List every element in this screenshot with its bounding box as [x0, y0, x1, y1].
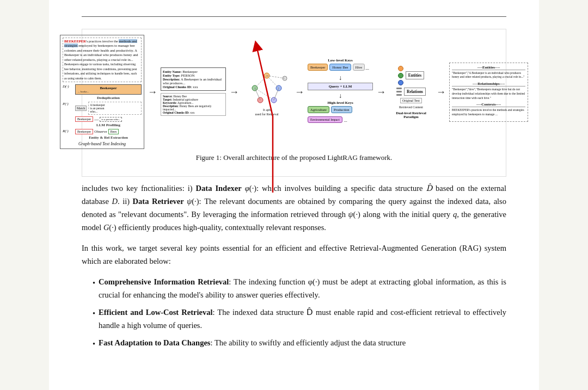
arrow-2: → [229, 86, 239, 98]
dot-3 [398, 80, 403, 85]
arrow-1: → [148, 86, 157, 98]
bullet-list: • Comprehensive Information Retrieval: T… [93, 276, 506, 351]
agriculture-key: Agriculture [308, 106, 329, 113]
figure-caption: Figure 1: Overall architecture of the pr… [87, 153, 501, 162]
panel-middle: Entity Name: Beekeeper Entity Type: PERS… [161, 67, 226, 117]
beekeeper-key: Beekeeper [308, 64, 328, 71]
formula-row-d: D(·) Beekeeper ... beeke... Deduplicatio… [63, 84, 142, 100]
body-para-2: In this work, we target several key poin… [82, 242, 506, 268]
svg-line-10 [267, 76, 285, 78]
figure-box: BEEKEEPER's practices involve the method… [82, 29, 506, 177]
graph-label: It aphused for Retrieval [255, 108, 279, 117]
panel-graph: It aphused for Retrieval [242, 67, 291, 117]
bullet-item-3: • Fast Adaptation to Data Changes: The a… [93, 337, 506, 351]
retrieved-label: Retrieved Content [399, 106, 423, 109]
environmental-key: Environmental Impact [308, 116, 342, 123]
key-row-top: Beekeeper Honey Bee Hive ... [308, 64, 373, 72]
bullet-item-1: • Comprehensive Information Retrieval: T… [93, 276, 506, 302]
panel-retrieved: ----Entities---- "Beekeeper","A Beekeepe… [449, 63, 528, 122]
figure-inner: BEEKEEPER's practices involve the method… [87, 35, 501, 149]
entities-section: ----Entities---- "Beekeeper","A Beekeepe… [452, 65, 525, 79]
dual-label: Dual-level Retrieval Paradigm [389, 111, 433, 119]
original-text-label: Original Text [400, 98, 422, 103]
entities-label: Entities [406, 71, 425, 79]
high-level-keys-label: High-level Keys [308, 101, 373, 105]
arrow-4: → [376, 86, 386, 98]
beekeeper-text-block: BEEKEEPER's practices involve the method… [63, 38, 142, 82]
panel-keys: Low-level Keys Beekeeper Honey Bee Hive … [308, 58, 373, 126]
top-rule [82, 16, 506, 17]
arrow-3: → [295, 86, 304, 98]
dot-2 [398, 73, 403, 78]
rel-line-2 [396, 91, 402, 92]
production-key: Production [331, 106, 352, 113]
key-row-bottom: Agriculture Production [308, 106, 373, 115]
entities-relations-panel: Entities Relations Original Text Retriev… [389, 66, 433, 119]
graph-svg [244, 67, 290, 108]
relations-label: Relations [404, 88, 426, 96]
formula-row-p: P(·) Match A beekeeperis an personwho...… [63, 102, 142, 127]
relationships-section: ----Relationships---- "Beekeeper","hive"… [452, 82, 525, 100]
svg-line-9 [274, 88, 279, 100]
honeybee-key: Honey Bee [329, 64, 351, 71]
rel-line-3 [396, 94, 402, 96]
formula-row-r: R(·) Beekeeper Observe Bees Entity & Rel… [63, 129, 142, 140]
source-card: Source: Honey Bee Target: Industrial agr… [161, 93, 226, 116]
entity-name-card: Entity Name: Beekeeper Entity Type: PERS… [161, 67, 226, 91]
contexts-section: ----Contexts---- BEEKEEPER's practices i… [452, 102, 525, 116]
low-level-keys-label: Low-level Keys [308, 58, 373, 63]
bullet-item-2: • Efficient and Low-Cost Retrieval: The … [93, 306, 506, 332]
query-llm-label: Query + LLM [308, 83, 373, 90]
rel-line-1 [396, 88, 402, 89]
page-container: BEEKEEPER's practices involve the method… [49, 0, 539, 390]
indexing-label: Graph-based Text Indexing [63, 141, 142, 146]
dot-1 [398, 66, 403, 71]
panel-indexing: BEEKEEPER's practices involve the method… [60, 35, 144, 149]
arrow-5: → [436, 86, 446, 98]
body-para-1: includes two key fnctionalities: i) Data… [82, 182, 506, 234]
